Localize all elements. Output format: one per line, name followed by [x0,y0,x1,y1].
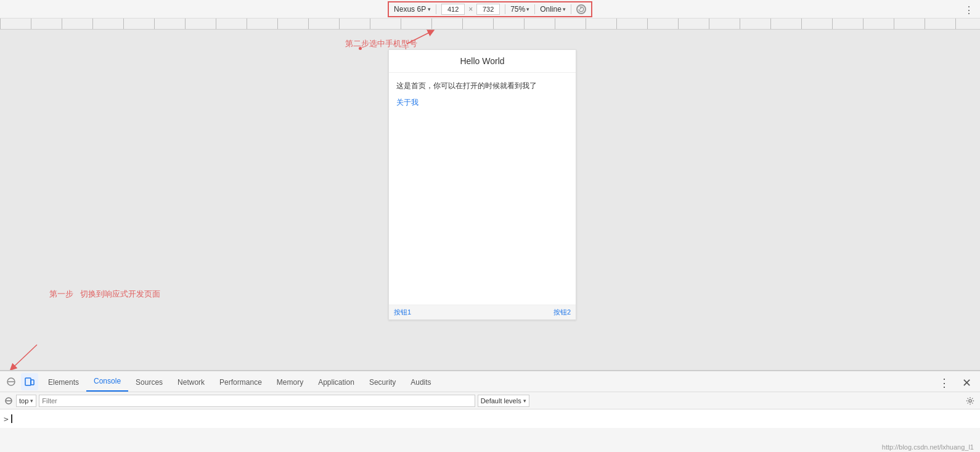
toolbar-separator-4 [571,4,571,14]
device-name-label: Nexus 6P [394,5,426,14]
height-input[interactable] [476,4,500,15]
svg-rect-5 [25,378,31,385]
svg-rect-6 [31,380,34,385]
url-watermark: http://blog.csdn.net/lxhuang_l1 [882,443,974,451]
console-filter-input[interactable] [39,395,475,407]
devtools-responsive-icon[interactable] [21,373,38,390]
tab-network[interactable]: Network [170,371,212,392]
annotation-step1: 第一步 切换到响应式开发页面 [49,289,160,300]
tab-sources[interactable]: Sources [128,371,170,392]
console-prompt-symbol: > [4,414,9,424]
console-settings-button[interactable] [964,395,976,407]
devtools-more-button[interactable]: ⋮ [936,374,953,392]
tab-security[interactable]: Security [362,371,403,392]
mobile-device-frame: Hello World 这是首页，你可以在打开的时候就看到我了 关于我 按钮1 … [388,49,576,320]
annotation-step1-label: 第一步 [49,289,73,298]
dimension-separator: × [468,5,473,14]
toolbar-separator-1 [436,4,436,14]
ruler-strip [0,18,980,30]
device-toolbar-inner: Nexus 6P ▾ × 75% ▾ Online ▾ [388,1,592,17]
device-bottom-link2[interactable]: 按钮2 [553,308,571,317]
devtools-panel: Elements Console Sources Network Perform… [0,370,980,452]
console-levels-arrow: ▾ [523,398,526,404]
devtools-tab-right-actions: ⋮ ✕ [936,374,980,392]
console-toolbar: top ▾ Default levels ▾ [0,392,980,409]
devtools-close-button[interactable]: ✕ [958,374,975,392]
console-clear-button[interactable] [4,396,14,406]
device-content: 这是首页，你可以在打开的时候就看到我了 关于我 [389,73,576,319]
zoom-selector[interactable]: 75% ▾ [510,5,529,14]
console-cursor [11,414,12,423]
width-input[interactable] [441,4,465,15]
console-levels-selector[interactable]: Default levels ▾ [478,395,529,407]
devtools-no-entry-icon[interactable] [2,373,20,390]
network-selector[interactable]: Online ▾ [540,5,566,14]
tab-memory[interactable]: Memory [269,371,311,392]
devtools-tabs-bar: Elements Console Sources Network Perform… [0,371,980,392]
devtools-left-icons [0,371,41,392]
console-levels-label: Default levels [481,397,521,405]
device-body-text: 这是首页，你可以在打开的时候就看到我了 [396,80,568,91]
console-context-arrow: ▾ [30,398,33,404]
main-content-area: 第二步选中手机型号 第一步 切换到响应式开发页面 Hello World 这是首… [0,30,980,370]
annotation-step2: 第二步选中手机型号 [345,38,417,49]
device-dropdown-arrow: ▾ [428,6,431,12]
console-context-value: top [19,397,28,405]
device-toolbar: Nexus 6P ▾ × 75% ▾ Online ▾ ⋮ [0,0,980,18]
svg-point-9 [969,399,971,401]
network-label: Online [540,5,561,14]
annotation-step1-detail: 切换到响应式开发页面 [80,289,160,298]
console-input-area[interactable]: > [0,409,980,428]
toolbar-separator-2 [505,4,505,14]
tab-audits[interactable]: Audits [403,371,438,392]
device-bottom-link1[interactable]: 按钮1 [394,308,411,317]
annotation-step2-label: 第二步选中手机型号 [345,39,417,48]
tab-elements[interactable]: Elements [41,371,86,392]
tab-application[interactable]: Application [311,371,362,392]
svg-line-1 [12,345,37,368]
tab-console[interactable]: Console [86,371,128,392]
device-selector[interactable]: Nexus 6P ▾ [394,5,431,14]
device-page-title: Hello World [389,50,576,73]
zoom-dropdown-arrow: ▾ [526,6,529,12]
console-context-selector[interactable]: top ▾ [16,395,36,407]
network-dropdown-arrow: ▾ [563,6,566,12]
device-about-link[interactable]: 关于我 [396,98,419,107]
rotate-button[interactable] [576,4,586,14]
device-bottom-bar: 按钮1 按钮2 [389,305,576,319]
toolbar-more-options[interactable]: ⋮ [964,4,974,16]
zoom-label: 75% [510,5,525,14]
tab-performance[interactable]: Performance [212,371,269,392]
toolbar-separator-3 [534,4,535,14]
